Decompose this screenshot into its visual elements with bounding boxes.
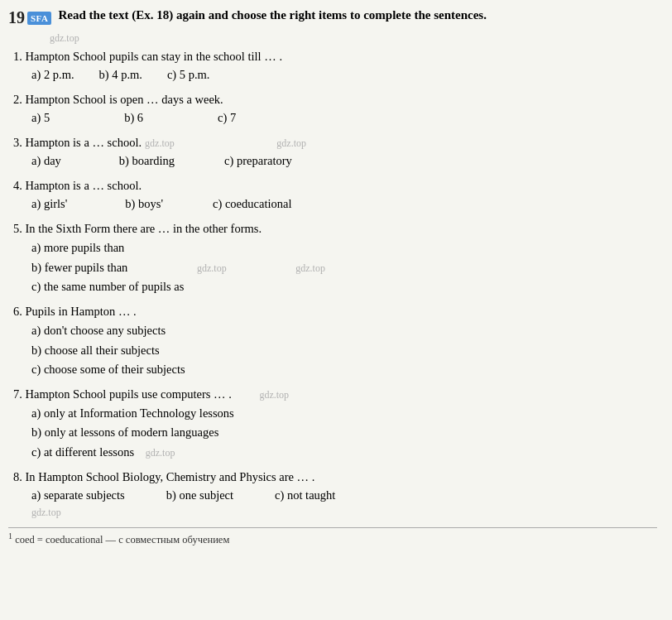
- q6-option-a: a) don't choose any subjects: [31, 321, 657, 340]
- question-6-text: 6. Pupils in Hampton … .: [13, 303, 657, 320]
- q6-option-c: c) choose some of their subjects: [31, 360, 657, 379]
- watermark-q5a: gdz.top: [197, 262, 227, 274]
- task-title-text: Read the text (Ex. 18) again and choose …: [58, 8, 486, 22]
- question-5-text: 5. In the Sixth Form there are … in the …: [13, 220, 657, 237]
- footnote-sup: 1: [8, 531, 12, 541]
- q1-option-b: b) 4 p.m.: [99, 66, 142, 84]
- q2-option-b: b) 6: [124, 109, 143, 127]
- q7-option-a: a) only at Information Technology lesson…: [31, 404, 657, 423]
- sfa-badge: SFA: [27, 12, 51, 25]
- q3-option-a: a) day: [31, 152, 61, 171]
- q4-option-a: a) girls': [31, 195, 67, 214]
- q7-option-c: c) at different lessons gdz.top: [31, 443, 657, 462]
- question-5: 5. In the Sixth Form there are … in the …: [13, 220, 657, 296]
- questions-area: 1. Hampton School pupils can stay in the…: [8, 48, 657, 519]
- question-5-options: a) more pupils than b) fewer pupils than…: [13, 238, 657, 296]
- q1-option-a: a) 2 p.m.: [31, 66, 74, 84]
- question-3-text: 3. Hampton is a … school.gdz.top gdz.top: [13, 134, 657, 151]
- watermark-1: gdz.top: [50, 32, 79, 44]
- question-2: 2. Hampton School is open … days a week.…: [13, 91, 657, 127]
- q8-option-b: b) one subject: [166, 487, 233, 505]
- question-4-options: a) girls' b) boys' c) coeducational: [13, 195, 657, 214]
- watermark-q7: gdz.top: [259, 389, 289, 401]
- q6-option-b: b) choose all their subjects: [31, 341, 657, 360]
- question-2-text: 2. Hampton School is open … days a week.: [13, 91, 657, 108]
- task-title: Read the text (Ex. 18) again and choose …: [58, 7, 657, 24]
- question-1-options: a) 2 p.m. b) 4 p.m. c) 5 p.m.: [13, 66, 657, 84]
- q2-option-a: a) 5: [31, 109, 50, 127]
- q4-option-c: c) coeducational: [213, 195, 291, 214]
- q2-option-c: c) 7: [218, 109, 236, 127]
- question-4: 4. Hampton is a … school. a) girls' b) b…: [13, 177, 657, 214]
- task-number-badge: 19 SFA: [8, 8, 51, 27]
- q1-option-c: c) 5 p.m.: [167, 66, 210, 84]
- question-1: 1. Hampton School pupils can stay in the…: [13, 48, 657, 84]
- footnote: 1 coed = coeducational — с совместным об…: [8, 527, 657, 546]
- question-2-options: a) 5 b) 6 c) 7: [13, 109, 657, 127]
- question-6: 6. Pupils in Hampton … . a) don't choose…: [13, 303, 657, 379]
- watermark-q5b: gdz.top: [295, 262, 325, 274]
- q8-option-a: a) separate subjects: [31, 487, 125, 505]
- q4-option-b: b) boys': [125, 195, 163, 214]
- question-8-text: 8. In Hampton School Biology, Chemistry …: [13, 469, 657, 485]
- question-3: 3. Hampton is a … school.gdz.top gdz.top…: [13, 134, 657, 171]
- question-4-text: 4. Hampton is a … school.: [13, 177, 657, 194]
- question-7-options: a) only at Information Technology lesson…: [13, 404, 657, 462]
- question-7: 7. Hampton School pupils use computers ……: [13, 386, 657, 462]
- watermark-q3a: gdz.top: [145, 137, 175, 149]
- q5-option-b: b) fewer pupils than gdz.top gdz.top: [31, 258, 657, 277]
- question-8: 8. In Hampton School Biology, Chemistry …: [13, 469, 657, 519]
- question-7-text: 7. Hampton School pupils use computers ……: [13, 386, 657, 402]
- watermark-q8: gdz.top: [31, 507, 61, 518]
- footnote-text: coed = coeducational — с совместным обуч…: [15, 534, 229, 546]
- q8-option-c: c) not taught: [275, 487, 335, 505]
- watermark-q7b: gdz.top: [146, 447, 175, 459]
- task-number: 19: [8, 8, 25, 27]
- q3-option-c: c) preparatory: [224, 152, 292, 171]
- task-header: 19 SFA Read the text (Ex. 18) again and …: [8, 7, 657, 27]
- question-3-options: a) day b) boarding c) preparatory: [13, 152, 657, 171]
- watermark-q3b: gdz.top: [276, 137, 306, 149]
- q5-option-c: c) the same number of pupils as: [31, 277, 657, 296]
- q5-option-a: a) more pupils than: [31, 238, 657, 257]
- q7-option-b: b) only at lessons of modern languages: [31, 423, 657, 442]
- page: 19 SFA Read the text (Ex. 18) again and …: [0, 0, 672, 620]
- question-6-options: a) don't choose any subjects b) choose a…: [13, 321, 657, 379]
- q3-option-b: b) boarding: [119, 152, 175, 171]
- question-1-text: 1. Hampton School pupils can stay in the…: [13, 48, 657, 65]
- question-8-options: a) separate subjects b) one subject c) n…: [13, 487, 657, 505]
